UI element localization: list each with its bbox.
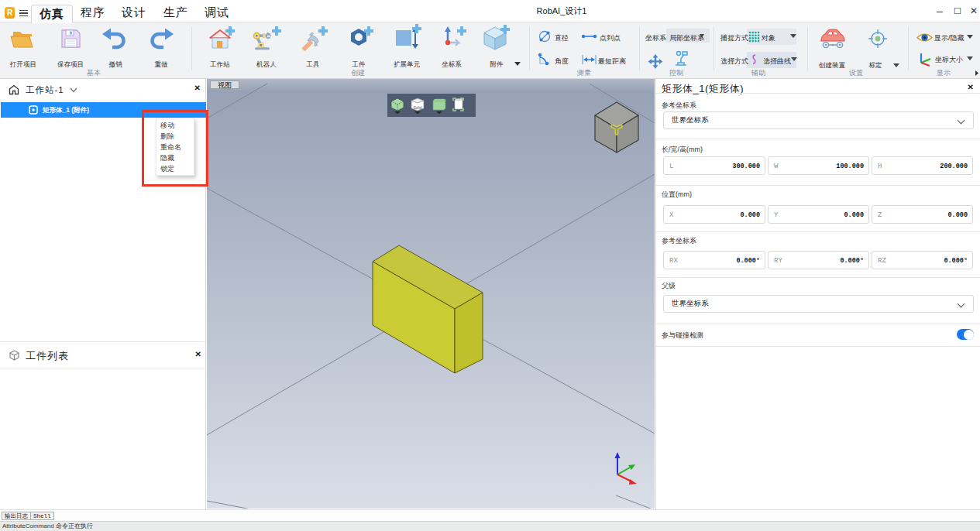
svg-text:Solid: Solid	[413, 105, 421, 110]
